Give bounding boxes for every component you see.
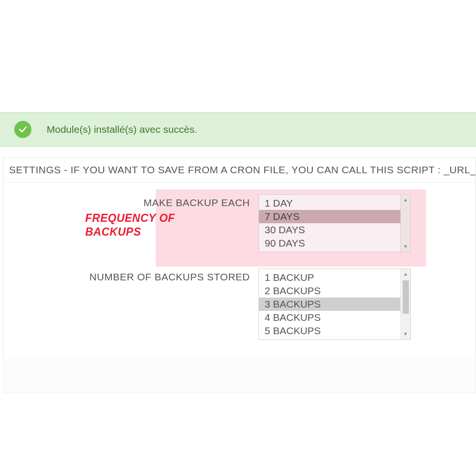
panel-footer [3,358,476,393]
row-backups-stored: NUMBER OF BACKUPS STORED 1 BACKUP 2 BACK… [3,268,476,340]
scroll-thumb[interactable] [403,280,409,314]
alert-message: Module(s) installé(s) avec succès. [47,124,197,135]
panel-body: FREQUENCY OF BACKUPS MAKE BACKUP EACH 1 … [3,182,476,367]
row-backup-frequency: MAKE BACKUP EACH 1 DAY 7 DAYS 30 DAYS 90… [3,194,476,252]
option-90-days[interactable]: 90 DAYS [259,237,400,250]
panel-header: SETTINGS - IF YOU WANT TO SAVE FROM A CR… [3,158,476,182]
scrollbar[interactable]: ▲ ▼ [400,195,410,252]
alert-success: Module(s) installé(s) avec succès. [0,112,476,147]
option-3-backups[interactable]: 3 BACKUPS [259,298,400,311]
annotation-text: FREQUENCY OF BACKUPS [85,211,175,239]
option-1-backup[interactable]: 1 BACKUP [259,271,400,284]
label-backups-stored: NUMBER OF BACKUPS STORED [3,268,258,283]
option-30-days[interactable]: 30 DAYS [259,223,400,237]
check-icon [14,121,31,138]
select-backup-frequency[interactable]: 1 DAY 7 DAYS 30 DAYS 90 DAYS ▲ ▼ [258,194,411,252]
option-2-backups[interactable]: 2 BACKUPS [259,284,400,298]
annotation-line1: FREQUENCY OF [85,212,175,224]
scroll-up-icon[interactable]: ▲ [403,195,408,205]
option-4-backups[interactable]: 4 BACKUPS [259,311,400,324]
annotation-line2: BACKUPS [85,226,141,238]
label-backup-frequency: MAKE BACKUP EACH [3,194,258,208]
option-7-days[interactable]: 7 DAYS [259,210,400,223]
settings-panel: SETTINGS - IF YOU WANT TO SAVE FROM A CR… [3,157,476,368]
select-backups-stored[interactable]: 1 BACKUP 2 BACKUPS 3 BACKUPS 4 BACKUPS 5… [258,268,411,340]
option-1-day[interactable]: 1 DAY [259,197,400,210]
scroll-down-icon[interactable]: ▼ [403,241,408,252]
scroll-down-icon[interactable]: ▼ [403,329,408,339]
option-5-backups[interactable]: 5 BACKUPS [259,324,400,337]
scroll-up-icon[interactable]: ▲ [403,269,408,279]
scrollbar[interactable]: ▲ ▼ [400,269,410,339]
